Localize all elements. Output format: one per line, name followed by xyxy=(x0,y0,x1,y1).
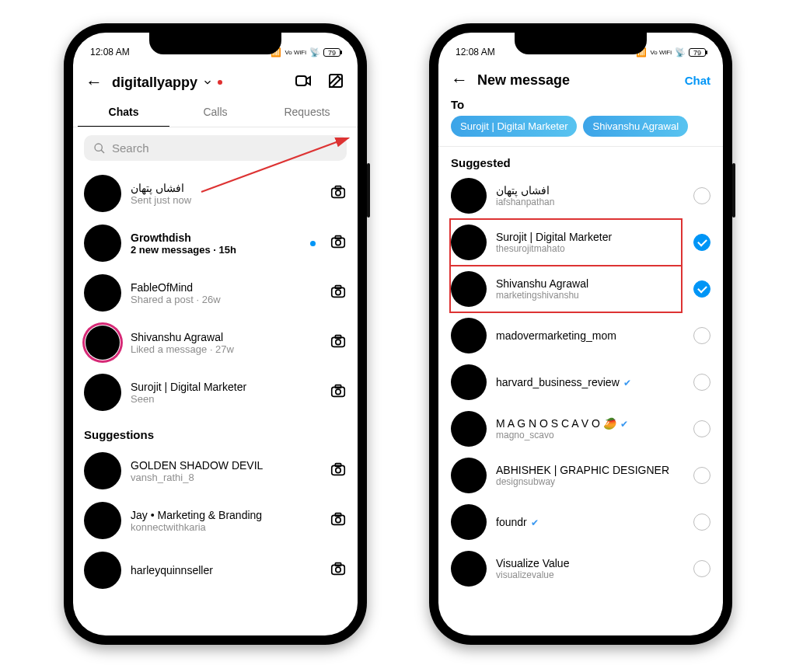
chat-sub: Shared a post · 26w xyxy=(131,294,320,305)
suggested-row[interactable]: Surojit | Digital Marketer thesurojitmah… xyxy=(451,219,710,266)
tab-requests[interactable]: Requests xyxy=(261,98,353,127)
to-label: To xyxy=(438,96,723,116)
suggestion-row[interactable]: harleyquinnseller xyxy=(84,545,347,595)
camera-icon[interactable] xyxy=(330,233,347,253)
suggested-row[interactable]: Shivanshu Agrawal marketingshivanshu xyxy=(451,266,710,312)
back-arrow-icon[interactable]: ← xyxy=(451,71,468,89)
suggested-row[interactable]: ABHISHEK | GRAPHIC DESIGNER designsubway xyxy=(451,452,710,499)
avatar xyxy=(451,458,487,493)
suggested-name: Shivanshu Agrawal xyxy=(496,277,684,290)
chat-row[interactable]: FableOfMind Shared a post · 26w xyxy=(84,268,347,318)
avatar xyxy=(451,504,487,540)
avatar xyxy=(451,271,487,307)
svg-point-6 xyxy=(336,190,340,195)
select-radio[interactable] xyxy=(693,514,710,531)
chat-title: Shivanshu Agrawal xyxy=(131,331,320,343)
chevron-down-icon xyxy=(202,77,213,88)
suggested-row[interactable]: افشاں پتھان iafshanpathan xyxy=(451,172,710,219)
chat-row[interactable]: Growthdish 2 new messages · 15h xyxy=(84,218,347,268)
suggested-name: Visualize Value xyxy=(496,557,684,569)
chat-row[interactable]: Shivanshu Agrawal Liked a message · 27w xyxy=(84,318,347,367)
suggestion-title: Jay • Marketing & Branding xyxy=(131,509,320,521)
chat-sub: Liked a message · 27w xyxy=(131,343,320,355)
suggested-row[interactable]: harvard_business_review ✔ xyxy=(451,359,710,406)
wifi-icon: 📡 xyxy=(675,47,686,57)
avatar xyxy=(84,274,121,312)
avatar xyxy=(451,178,487,214)
wifi-label: Vo WiFi xyxy=(650,49,672,56)
svg-rect-8 xyxy=(332,238,345,247)
svg-rect-0 xyxy=(296,76,306,85)
back-arrow-icon[interactable]: ← xyxy=(86,74,103,91)
camera-icon[interactable] xyxy=(330,283,347,303)
battery-icon: 79 xyxy=(689,48,706,57)
suggestion-row[interactable]: Jay • Marketing & Branding konnectwithka… xyxy=(84,496,347,545)
svg-rect-22 xyxy=(335,464,340,467)
avatar xyxy=(451,411,487,447)
compose-icon[interactable] xyxy=(326,71,345,93)
phone-left: 12:08 AM 📶 Vo WiFi 📡 79 ← digitallyappy xyxy=(64,23,367,645)
tab-chats[interactable]: Chats xyxy=(78,98,169,127)
camera-icon[interactable] xyxy=(330,510,347,531)
suggestion-row[interactable]: GOLDEN SHADOW DEVIL vansh_rathi_8 xyxy=(84,446,347,496)
notch xyxy=(149,33,281,54)
suggested-name: madovermarketing_mom xyxy=(496,329,684,342)
camera-icon[interactable] xyxy=(330,382,347,402)
chat-sub: Sent just now xyxy=(131,194,320,206)
suggested-row[interactable]: Visualize Value visualizevalue xyxy=(451,545,710,592)
recipient-chip[interactable]: Surojit | Digital Marketer xyxy=(451,116,577,137)
svg-rect-1 xyxy=(330,75,342,87)
select-radio[interactable] xyxy=(693,187,710,204)
avatar xyxy=(84,225,121,262)
select-radio[interactable] xyxy=(693,420,710,437)
search-placeholder: Search xyxy=(112,141,149,155)
svg-point-18 xyxy=(336,389,340,394)
clock: 12:08 AM xyxy=(90,47,130,57)
select-radio[interactable] xyxy=(693,327,710,344)
chat-sub: 2 new messages · 15h xyxy=(131,244,301,256)
svg-rect-19 xyxy=(335,385,340,388)
select-radio[interactable] xyxy=(693,234,710,251)
search-input[interactable]: Search xyxy=(84,135,347,161)
avatar xyxy=(451,364,487,400)
account-switcher[interactable]: digitallyappy xyxy=(112,75,222,91)
suggested-row[interactable]: foundr ✔ xyxy=(451,499,710,545)
svg-rect-10 xyxy=(335,236,340,239)
svg-rect-17 xyxy=(332,387,345,396)
svg-rect-5 xyxy=(332,188,345,197)
svg-rect-14 xyxy=(332,337,345,346)
svg-point-27 xyxy=(336,567,340,572)
camera-icon[interactable] xyxy=(330,560,347,580)
chat-title: FableOfMind xyxy=(131,281,320,294)
camera-icon[interactable] xyxy=(330,461,347,481)
suggested-label: Suggested xyxy=(438,150,723,172)
select-radio[interactable] xyxy=(693,280,710,298)
svg-rect-16 xyxy=(335,336,340,339)
recipient-chips[interactable]: Surojit | Digital Marketer Shivanshu Agr… xyxy=(438,116,723,146)
recipient-chip[interactable]: Shivanshu Agrawal xyxy=(583,116,688,137)
chat-title: افشاں پتھان xyxy=(131,182,320,194)
chat-row[interactable]: افشاں پتھان Sent just now xyxy=(84,169,347,218)
username: digitallyappy xyxy=(112,75,197,91)
camera-icon[interactable] xyxy=(330,183,347,204)
svg-rect-11 xyxy=(332,287,345,297)
camera-icon[interactable] xyxy=(330,333,347,353)
svg-rect-23 xyxy=(332,515,345,524)
select-radio[interactable] xyxy=(693,374,710,391)
video-call-icon[interactable] xyxy=(294,71,312,93)
svg-point-3 xyxy=(95,144,102,151)
page-title: New message xyxy=(477,72,676,89)
verified-icon: ✔ xyxy=(529,517,539,528)
select-radio[interactable] xyxy=(693,560,710,577)
suggested-row[interactable]: madovermarketing_mom xyxy=(451,312,710,359)
tab-calls[interactable]: Calls xyxy=(169,98,261,127)
suggested-row[interactable]: M A G N O S C A V O 🥭 ✔ magno_scavo xyxy=(451,406,710,452)
divider xyxy=(438,146,723,147)
select-radio[interactable] xyxy=(693,467,710,484)
chat-button[interactable]: Chat xyxy=(685,74,710,87)
chat-row[interactable]: Surojit | Digital Marketer Seen xyxy=(84,367,347,417)
svg-point-21 xyxy=(336,468,340,472)
suggestions-label: Suggestions xyxy=(84,417,347,446)
suggested-name: M A G N O S C A V O 🥭 ✔ xyxy=(496,417,684,430)
svg-point-9 xyxy=(336,240,340,245)
